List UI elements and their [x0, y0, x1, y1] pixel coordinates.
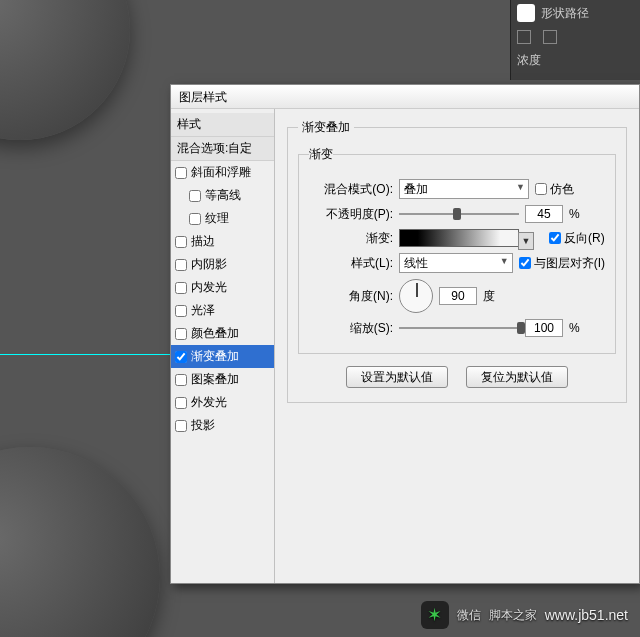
sidebar-checkbox[interactable] — [175, 282, 187, 294]
angle-value[interactable]: 90 — [439, 287, 477, 305]
sidebar-item-1[interactable]: 等高线 — [171, 184, 274, 207]
opacity-label: 不透明度(P): — [309, 206, 393, 223]
scale-value[interactable]: 100 — [525, 319, 563, 337]
blend-mode-label: 混合模式(O): — [309, 181, 393, 198]
sidebar-item-0[interactable]: 斜面和浮雕 — [171, 161, 274, 184]
reverse-input[interactable] — [549, 232, 561, 244]
layer-style-dialog: 图层样式 样式 混合选项:自定 斜面和浮雕等高线纹理描边内阴影内发光光泽颜色叠加… — [170, 84, 640, 584]
settings-panel: 渐变叠加 渐变 混合模式(O): 叠加 仿色 不透明度(P): — [275, 109, 639, 583]
slider-control-icon[interactable] — [517, 30, 531, 44]
make-default-button[interactable]: 设置为默认值 — [346, 366, 448, 388]
right-panel: 形状路径 浓度 — [510, 0, 640, 80]
sidebar-item-label: 斜面和浮雕 — [191, 164, 251, 181]
sidebar-checkbox[interactable] — [189, 213, 201, 225]
opacity-label: 浓度 — [517, 52, 541, 69]
reset-default-button[interactable]: 复位为默认值 — [466, 366, 568, 388]
gradient-label: 渐变: — [309, 230, 393, 247]
opacity-value[interactable]: 45 — [525, 205, 563, 223]
dither-checkbox[interactable]: 仿色 — [535, 181, 574, 198]
styles-sidebar: 样式 混合选项:自定 斜面和浮雕等高线纹理描边内阴影内发光光泽颜色叠加渐变叠加图… — [171, 109, 275, 583]
sidebar-item-2[interactable]: 纹理 — [171, 207, 274, 230]
sidebar-item-label: 内发光 — [191, 279, 227, 296]
align-checkbox[interactable]: 与图层对齐(I) — [519, 255, 605, 272]
dialog-title[interactable]: 图层样式 — [171, 85, 639, 109]
wechat-icon: ✶ — [421, 601, 449, 629]
scale-label: 缩放(S): — [309, 320, 393, 337]
sidebar-checkbox[interactable] — [175, 397, 187, 409]
sidebar-item-label: 描边 — [191, 233, 215, 250]
sidebar-item-10[interactable]: 外发光 — [171, 391, 274, 414]
shape-path-label: 形状路径 — [541, 5, 589, 22]
shape-swatch-icon[interactable] — [517, 4, 535, 22]
align-input[interactable] — [519, 257, 531, 269]
reverse-checkbox[interactable]: 反向(R) — [549, 230, 605, 247]
sidebar-header-styles[interactable]: 样式 — [171, 113, 274, 137]
sidebar-item-label: 图案叠加 — [191, 371, 239, 388]
sidebar-header-blend[interactable]: 混合选项:自定 — [171, 137, 274, 161]
sidebar-item-11[interactable]: 投影 — [171, 414, 274, 437]
scale-slider[interactable] — [399, 321, 519, 335]
sidebar-item-5[interactable]: 内发光 — [171, 276, 274, 299]
dither-input[interactable] — [535, 183, 547, 195]
opacity-slider[interactable] — [399, 207, 519, 221]
sidebar-item-label: 光泽 — [191, 302, 215, 319]
sidebar-item-label: 等高线 — [205, 187, 241, 204]
sidebar-item-3[interactable]: 描边 — [171, 230, 274, 253]
slider-control-icon[interactable] — [543, 30, 557, 44]
group-title: 渐变 — [309, 146, 333, 163]
sidebar-checkbox[interactable] — [175, 236, 187, 248]
sidebar-item-label: 颜色叠加 — [191, 325, 239, 342]
sidebar-item-label: 内阴影 — [191, 256, 227, 273]
sidebar-item-9[interactable]: 图案叠加 — [171, 368, 274, 391]
watermark: ✶ 微信 脚本之家 www.jb51.net — [421, 601, 628, 629]
sidebar-item-4[interactable]: 内阴影 — [171, 253, 274, 276]
sidebar-checkbox[interactable] — [175, 351, 187, 363]
angle-label: 角度(N): — [309, 288, 393, 305]
sidebar-checkbox[interactable] — [175, 305, 187, 317]
sidebar-checkbox[interactable] — [175, 259, 187, 271]
sidebar-item-6[interactable]: 光泽 — [171, 299, 274, 322]
style-select[interactable]: 线性 — [399, 253, 513, 273]
style-label: 样式(L): — [309, 255, 393, 272]
sidebar-checkbox[interactable] — [175, 374, 187, 386]
sidebar-item-7[interactable]: 颜色叠加 — [171, 322, 274, 345]
sidebar-checkbox[interactable] — [175, 420, 187, 432]
gradient-picker[interactable] — [399, 229, 519, 247]
sidebar-item-label: 外发光 — [191, 394, 227, 411]
sidebar-item-label: 投影 — [191, 417, 215, 434]
sidebar-checkbox[interactable] — [175, 328, 187, 340]
sidebar-checkbox[interactable] — [189, 190, 201, 202]
sidebar-item-label: 纹理 — [205, 210, 229, 227]
sidebar-item-8[interactable]: 渐变叠加 — [171, 345, 274, 368]
sidebar-checkbox[interactable] — [175, 167, 187, 179]
panel-title: 渐变叠加 — [298, 119, 354, 136]
blend-mode-select[interactable]: 叠加 — [399, 179, 529, 199]
sidebar-item-label: 渐变叠加 — [191, 348, 239, 365]
angle-dial[interactable] — [399, 279, 433, 313]
